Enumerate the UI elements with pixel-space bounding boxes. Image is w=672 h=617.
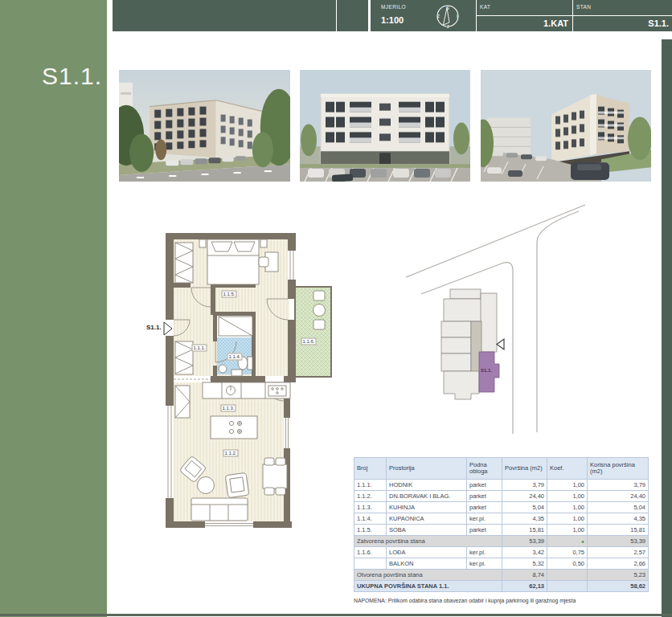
street-view-illustration bbox=[119, 70, 290, 182]
total-row: UKUPNA POVRŠINA STANA 1.1.62,1358,62 bbox=[354, 581, 649, 592]
green-marker-icon: ◄ bbox=[580, 539, 584, 544]
front-elevation-illustration bbox=[300, 70, 470, 182]
table-row: 1.1.3.KUHINJAparket5,041,005,04 bbox=[354, 502, 649, 513]
compass-icon: S I J Z bbox=[434, 2, 461, 30]
column-header: Korisna površina (m2) bbox=[588, 458, 649, 480]
entrance-label: S1.1. bbox=[146, 324, 162, 331]
table-row: 1.1.6.LOĐAker.pl.3,420,752,57 bbox=[354, 547, 649, 558]
street-view-render bbox=[119, 70, 290, 182]
right-green-strip bbox=[662, 39, 672, 617]
front-elevation-render bbox=[300, 70, 470, 182]
table-row: 1.1.4.KUPAONICAker.pl.4,351,004,35 bbox=[354, 513, 649, 525]
column-header: Površina (m2) bbox=[502, 458, 547, 480]
aerial-view-render bbox=[481, 70, 651, 182]
header-divider bbox=[477, 15, 572, 16]
area-table-body: 1.1.1.HODNIKparket3,791,003,791.1.2.DN.B… bbox=[354, 480, 649, 592]
area-table: BrojProstorijaPodna oblogaPovršina (m2)K… bbox=[354, 457, 649, 592]
svg-text:J: J bbox=[447, 24, 449, 29]
header-divider bbox=[368, 0, 371, 31]
floorplan: S1.1. 1.1.5.1.1.1.1.1.4.1.1.6.1.1.3.1.1.… bbox=[145, 222, 346, 535]
column-header: Podna obloga bbox=[467, 458, 502, 480]
subtotal-row: Zatvorena površina stana53,39◄53,39 bbox=[354, 536, 649, 547]
table-row: 1.1.5.SOBAparket15,811,0015,81 bbox=[354, 525, 649, 536]
column-header: Koef. bbox=[547, 458, 588, 480]
loggia-area bbox=[295, 287, 331, 377]
scale-value: 1:100 bbox=[381, 15, 404, 25]
entrance-arrow-icon bbox=[164, 322, 172, 335]
table-row: 1.1.2.DN.BORAVAK I BLAG.parket24,401,002… bbox=[354, 491, 649, 502]
apartment-datasheet-page: { "sidebar": { "label": "S1.1." }, "head… bbox=[0, 0, 672, 617]
siteplan: S1.1. bbox=[394, 203, 587, 448]
aerial-view-illustration bbox=[481, 70, 651, 182]
area-table-head: BrojProstorijaPodna oblogaPovršina (m2)K… bbox=[354, 458, 649, 480]
room-label: 1.1.1. bbox=[191, 345, 207, 352]
siteplan-entrance-arrow-icon bbox=[497, 339, 504, 349]
title-block-header: MJERILO 1:100 S I J Z KAT 1.KAT STAN S1.… bbox=[113, 0, 672, 31]
unit-s11-label: S1.1. bbox=[481, 368, 492, 373]
room-label: 1.1.4. bbox=[227, 353, 242, 361]
room-label: 1.1.2. bbox=[223, 450, 238, 457]
table-row: BALKONker.pl.5,320,502,66 bbox=[354, 558, 649, 570]
header-divider bbox=[336, 0, 337, 31]
floorplan-drawing bbox=[145, 222, 346, 535]
table-row: 1.1.1.HODNIKparket3,791,003,79 bbox=[354, 480, 649, 491]
svg-text:Z: Z bbox=[437, 14, 440, 18]
floor-label: KAT bbox=[480, 4, 490, 10]
note-text: NAPOMENA: Prilikom odabira stana obaveza… bbox=[354, 598, 659, 603]
room-label: 1.1.5. bbox=[221, 291, 236, 298]
siteplan-drawing: S1.1. bbox=[394, 203, 587, 448]
column-header: Prostorija bbox=[387, 458, 467, 480]
unit-title: S1.1. bbox=[0, 63, 102, 90]
floor-value: 1.KAT bbox=[477, 18, 568, 28]
header-divider bbox=[573, 15, 672, 16]
svg-text:S: S bbox=[446, 6, 449, 10]
scale-label: MJERILO bbox=[381, 4, 406, 10]
apartment-label: STAN bbox=[576, 4, 591, 10]
column-header: Broj bbox=[354, 458, 387, 480]
room-label: 1.1.6. bbox=[301, 338, 316, 345]
room-label: 1.1.3. bbox=[220, 405, 236, 412]
area-table-wrap: BrojProstorijaPodna oblogaPovršina (m2)K… bbox=[354, 457, 648, 592]
bottom-rule bbox=[0, 614, 672, 616]
subtotal-row: Otvorena površina stana8,745,23 bbox=[354, 570, 649, 581]
left-sidebar: S1.1. bbox=[0, 0, 107, 617]
apartment-value: S1.1. bbox=[572, 18, 669, 28]
